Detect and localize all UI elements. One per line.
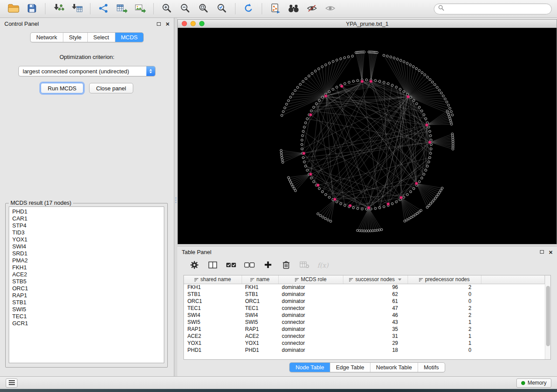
network-node[interactable] — [396, 58, 398, 60]
table-row[interactable]: RAP1RAP1dominator352 — [184, 326, 545, 333]
new-network-from-selection-button[interactable] — [267, 2, 284, 16]
dominator-node[interactable] — [349, 204, 351, 207]
first-neighbors-button[interactable] — [285, 2, 302, 16]
network-node[interactable] — [437, 193, 439, 196]
network-node[interactable] — [387, 83, 389, 85]
network-node[interactable] — [319, 214, 322, 217]
network-node[interactable] — [429, 157, 431, 159]
network-node[interactable] — [297, 86, 299, 89]
network-node[interactable] — [421, 177, 423, 179]
mcds-result-item[interactable]: RAP1 — [12, 292, 164, 299]
network-node[interactable] — [308, 75, 310, 77]
network-node[interactable] — [395, 86, 398, 88]
network-node[interactable] — [428, 161, 430, 163]
tab-node-table[interactable]: Node Table — [290, 363, 330, 372]
network-node[interactable] — [290, 181, 292, 183]
network-node[interactable] — [436, 86, 438, 89]
network-node[interactable] — [410, 217, 412, 219]
maximize-window-button[interactable] — [199, 21, 204, 26]
network-node[interactable] — [294, 89, 296, 92]
network-node[interactable] — [412, 215, 414, 217]
network-node[interactable] — [409, 191, 412, 193]
mcds-result-item[interactable]: STB1 — [12, 299, 164, 306]
close-panel-icon[interactable]: × — [549, 249, 553, 255]
network-node[interactable] — [409, 96, 412, 98]
network-node[interactable] — [376, 229, 378, 231]
network-node[interactable] — [289, 96, 291, 98]
network-node[interactable] — [428, 204, 430, 206]
dominator-node[interactable] — [429, 141, 431, 144]
network-node[interactable] — [451, 114, 453, 116]
create-column-button[interactable] — [262, 260, 273, 271]
export-network-button[interactable] — [95, 2, 112, 16]
network-node[interactable] — [348, 81, 350, 83]
network-node[interactable] — [412, 65, 415, 68]
table-row[interactable]: SWI4SWI4dominator462 — [184, 312, 545, 319]
network-node[interactable] — [444, 98, 446, 100]
deselect-all-rows-button[interactable] — [244, 260, 255, 271]
network-node[interactable] — [302, 130, 304, 132]
network-node[interactable] — [292, 93, 294, 95]
network-node[interactable] — [418, 181, 420, 183]
zoom-fit-button[interactable] — [195, 2, 212, 16]
network-node[interactable] — [391, 84, 393, 86]
network-node[interactable] — [386, 55, 388, 57]
close-panel-button[interactable]: Close panel — [89, 83, 133, 93]
network-node[interactable] — [450, 110, 452, 113]
network-node[interactable] — [450, 123, 453, 125]
network-node[interactable] — [301, 134, 304, 137]
network-node[interactable] — [428, 126, 430, 128]
network-node[interactable] — [328, 196, 330, 198]
network-node[interactable] — [325, 193, 327, 196]
network-node[interactable] — [391, 203, 393, 205]
column-header-predecessor-nodes[interactable]: predecessor nodes — [408, 275, 481, 284]
network-node[interactable] — [284, 107, 286, 109]
network-node[interactable] — [301, 143, 303, 145]
delete-table-button[interactable] — [299, 260, 310, 271]
network-node[interactable] — [374, 207, 377, 210]
network-node[interactable] — [310, 177, 312, 179]
mcds-result-item[interactable]: PHD1 — [12, 208, 164, 215]
network-node[interactable] — [440, 92, 443, 94]
network-node[interactable] — [306, 169, 308, 171]
network-node[interactable] — [310, 110, 312, 112]
network-node[interactable] — [306, 117, 308, 120]
dominator-node[interactable] — [309, 173, 312, 175]
network-node[interactable] — [429, 134, 432, 137]
table-row[interactable]: STB1STB1dominator620 — [184, 291, 545, 298]
network-node[interactable] — [318, 99, 320, 101]
network-node[interactable] — [415, 67, 417, 69]
mcds-result-item[interactable]: TID3 — [12, 229, 164, 236]
network-node[interactable] — [418, 69, 420, 72]
table-row[interactable]: ORC1ORC1dominator610 — [184, 298, 545, 305]
network-node[interactable] — [390, 56, 392, 58]
network-node[interactable] — [313, 181, 315, 183]
network-node[interactable] — [311, 72, 313, 75]
network-node[interactable] — [374, 229, 376, 231]
tab-style[interactable]: Style — [63, 33, 88, 42]
table-settings-button[interactable] — [189, 260, 200, 271]
network-node[interactable] — [280, 152, 282, 154]
network-node[interactable] — [347, 56, 349, 58]
dominator-node[interactable] — [309, 113, 312, 116]
network-node[interactable] — [344, 204, 346, 206]
network-node[interactable] — [440, 189, 442, 191]
network-node[interactable] — [415, 103, 418, 105]
network-node[interactable] — [328, 62, 330, 64]
network-node[interactable] — [376, 52, 378, 54]
network-canvas[interactable] — [178, 28, 557, 244]
network-node[interactable] — [336, 59, 338, 61]
network-node[interactable] — [418, 106, 420, 108]
network-node[interactable] — [406, 193, 408, 196]
tab-edge-table[interactable]: Edge Table — [330, 363, 370, 372]
network-node[interactable] — [303, 161, 305, 163]
network-node[interactable] — [439, 191, 441, 193]
network-node[interactable] — [423, 113, 425, 116]
network-node[interactable] — [423, 173, 425, 175]
delete-columns-button[interactable] — [280, 260, 292, 271]
network-node[interactable] — [449, 107, 451, 110]
table-scrollbar[interactable] — [545, 275, 550, 359]
network-node[interactable] — [339, 203, 342, 205]
dominator-node[interactable] — [367, 206, 370, 209]
mcds-result-item[interactable]: STB5 — [12, 278, 164, 285]
